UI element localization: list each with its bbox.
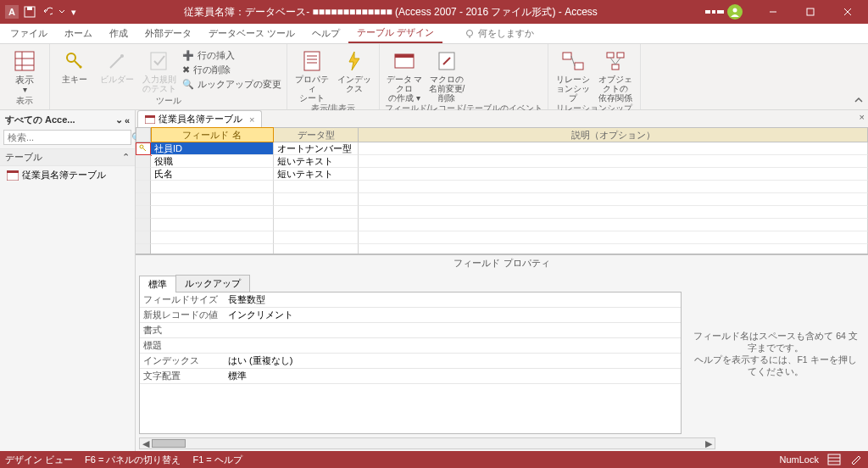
- description-cell[interactable]: [359, 181, 868, 193]
- undo-icon[interactable]: [41, 6, 53, 18]
- field-name-cell[interactable]: 社員ID: [151, 142, 274, 155]
- field-name-cell[interactable]: [151, 206, 274, 219]
- view-design-icon[interactable]: [849, 454, 863, 465]
- field-name-cell[interactable]: 役職: [151, 155, 274, 168]
- table-row[interactable]: [136, 181, 868, 193]
- prop-value[interactable]: [225, 338, 681, 353]
- tab-file[interactable]: ファイル: [2, 24, 56, 43]
- data-macros-button[interactable]: データ マクロ の作成 ▾: [385, 47, 424, 103]
- row-selector[interactable]: [136, 231, 151, 244]
- tab-table-design[interactable]: テーブル デザイン: [348, 24, 442, 43]
- description-cell[interactable]: [359, 244, 868, 254]
- close-tab-icon[interactable]: ×: [249, 114, 254, 125]
- description-cell[interactable]: [359, 168, 868, 181]
- maximize-button[interactable]: [793, 0, 827, 24]
- col-header-datatype[interactable]: データ型: [274, 127, 359, 142]
- description-cell[interactable]: [359, 193, 868, 206]
- select-all-header[interactable]: [136, 127, 151, 142]
- nav-section-tables[interactable]: テーブル ⌃: [0, 148, 135, 166]
- field-name-cell[interactable]: [151, 231, 274, 244]
- field-name-cell[interactable]: [151, 244, 274, 254]
- prop-row[interactable]: 新規レコードの値インクリメント: [140, 308, 681, 323]
- data-type-cell[interactable]: [274, 206, 359, 219]
- field-name-cell[interactable]: [151, 181, 274, 193]
- prop-value[interactable]: 標準: [225, 369, 681, 383]
- modify-lookup-button[interactable]: 🔍ルックアップの変更: [182, 78, 281, 91]
- insert-row-button[interactable]: ➕行の挿入: [182, 49, 281, 62]
- row-selector[interactable]: [136, 219, 151, 231]
- view-button[interactable]: 表示▾: [5, 47, 44, 94]
- scroll-thumb[interactable]: [152, 439, 186, 448]
- description-cell[interactable]: [359, 142, 868, 155]
- row-selector[interactable]: [136, 168, 151, 181]
- table-design-grid[interactable]: フィールド 名 データ型 説明（オプション） 社員IDオートナンバー型役職短いテ…: [136, 127, 868, 254]
- table-row[interactable]: [136, 206, 868, 219]
- document-tab[interactable]: 従業員名簿テーブル ×: [137, 110, 262, 127]
- tab-external[interactable]: 外部データ: [136, 24, 200, 43]
- table-row[interactable]: [136, 219, 868, 231]
- nav-item-table[interactable]: 従業員名簿テーブル: [0, 166, 135, 184]
- field-name-cell[interactable]: 氏名: [151, 168, 274, 181]
- field-name-cell[interactable]: [151, 193, 274, 206]
- prop-value[interactable]: はい (重複なし): [225, 354, 681, 368]
- row-selector[interactable]: [136, 181, 151, 193]
- col-header-fieldname[interactable]: フィールド 名: [151, 127, 274, 142]
- data-type-cell[interactable]: 短いテキスト: [274, 155, 359, 168]
- primary-key-button[interactable]: 主キー: [55, 47, 94, 84]
- chevron-down-icon[interactable]: ⌄: [115, 114, 123, 125]
- collapse-ribbon-button[interactable]: [853, 94, 865, 108]
- prop-value[interactable]: [225, 323, 681, 337]
- description-cell[interactable]: [359, 155, 868, 168]
- table-row[interactable]: 社員IDオートナンバー型: [136, 142, 868, 155]
- tab-home[interactable]: ホーム: [56, 24, 101, 43]
- prop-row[interactable]: 標題: [140, 338, 681, 354]
- data-type-cell[interactable]: [274, 181, 359, 193]
- prop-row[interactable]: 書式: [140, 323, 681, 338]
- avatar[interactable]: [727, 4, 743, 20]
- scroll-right-icon[interactable]: ▶: [703, 438, 715, 448]
- data-type-cell[interactable]: 短いテキスト: [274, 168, 359, 181]
- object-deps-button[interactable]: オブジェクトの 依存関係: [596, 47, 635, 103]
- data-type-cell[interactable]: [274, 231, 359, 244]
- horizontal-scrollbar[interactable]: ◀ ▶: [139, 437, 715, 449]
- prop-grid[interactable]: フィールドサイズ長整数型新規レコードの値インクリメント書式標題インデックスはい …: [139, 292, 682, 434]
- row-selector[interactable]: [136, 244, 151, 254]
- row-selector[interactable]: [136, 206, 151, 219]
- description-cell[interactable]: [359, 206, 868, 219]
- shutter-icon[interactable]: «: [125, 115, 130, 125]
- close-all-icon[interactable]: ×: [860, 112, 865, 122]
- prop-row[interactable]: フィールドサイズ長整数型: [140, 292, 681, 308]
- table-row[interactable]: [136, 244, 868, 254]
- prop-value[interactable]: 長整数型: [225, 292, 681, 307]
- minimize-button[interactable]: [756, 0, 790, 24]
- close-button[interactable]: [831, 0, 865, 24]
- tab-create[interactable]: 作成: [101, 24, 136, 43]
- prop-value[interactable]: インクリメント: [225, 308, 681, 322]
- property-sheet-button[interactable]: プロパティ シート: [292, 47, 331, 103]
- prop-tab-lookup[interactable]: ルックアップ: [175, 275, 250, 292]
- row-selector[interactable]: [136, 193, 151, 206]
- table-row[interactable]: 役職短いテキスト: [136, 155, 868, 168]
- row-selector[interactable]: [136, 142, 151, 155]
- delete-row-button[interactable]: ✖行の削除: [182, 64, 281, 76]
- prop-row[interactable]: インデックスはい (重複なし): [140, 354, 681, 369]
- field-name-cell[interactable]: [151, 219, 274, 231]
- table-row[interactable]: 氏名短いテキスト: [136, 168, 868, 181]
- table-row[interactable]: [136, 193, 868, 206]
- data-type-cell[interactable]: [274, 193, 359, 206]
- rename-macro-button[interactable]: マクロの 名前変更/削除: [427, 47, 466, 103]
- prop-tab-general[interactable]: 標準: [139, 276, 176, 292]
- scroll-left-icon[interactable]: ◀: [140, 438, 152, 448]
- table-row[interactable]: [136, 231, 868, 244]
- nav-search[interactable]: 🔍: [3, 130, 131, 145]
- save-icon[interactable]: [24, 6, 36, 18]
- user-indicator[interactable]: [705, 4, 746, 20]
- nav-search-input[interactable]: [4, 131, 128, 144]
- tab-dbtools[interactable]: データベース ツール: [200, 24, 303, 43]
- tab-help[interactable]: ヘルプ: [303, 24, 348, 43]
- data-type-cell[interactable]: オートナンバー型: [274, 142, 359, 155]
- prop-row[interactable]: 文字配置標準: [140, 369, 681, 384]
- tell-me[interactable]: 何をしますか: [465, 24, 534, 43]
- relationships-button[interactable]: リレーションシップ: [554, 47, 593, 103]
- indexes-button[interactable]: インデックス: [335, 47, 374, 93]
